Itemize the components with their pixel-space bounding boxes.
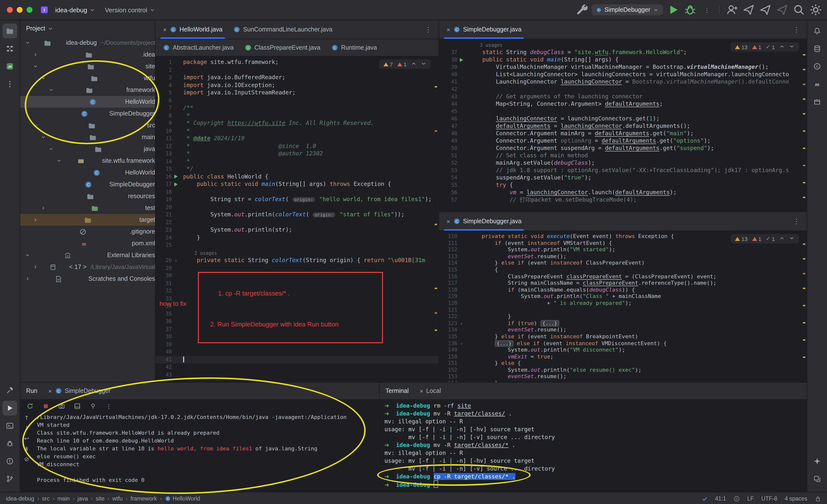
terminal-tool-window-button[interactable]: [2, 418, 17, 433]
tab-runtime-java[interactable]: CRuntime.java: [326, 39, 383, 56]
usages-inlay[interactable]: 3 usages: [469, 42, 502, 48]
restore-layout-icon[interactable]: [72, 401, 82, 411]
chevron-right-icon[interactable]: [23, 276, 32, 281]
chevron-down-icon[interactable]: [47, 147, 55, 152]
debug-button[interactable]: [684, 3, 696, 16]
breadcrumb-site[interactable]: site: [96, 496, 105, 502]
breadcrumb-java[interactable]: java: [78, 496, 88, 502]
soft-wrap-icon[interactable]: ↩: [24, 435, 29, 442]
run-gutter-icon[interactable]: [174, 182, 178, 186]
code-with-me-icon[interactable]: [726, 3, 738, 16]
zoom-window-button[interactable]: [27, 7, 33, 13]
project-tree[interactable]: idea-debug~/Documents/project.ideasitewt…: [20, 37, 155, 382]
check-icon[interactable]: [701, 495, 708, 502]
pin-icon[interactable]: [88, 401, 98, 411]
chevron-right-icon[interactable]: [31, 52, 39, 57]
error-badge[interactable]: 1: [752, 44, 761, 50]
tree-item-helloworld-src[interactable]: CHelloWorld: [20, 167, 155, 178]
tab-simpledebugger-java[interactable]: ×CSimpleDebugger.java: [441, 20, 527, 39]
bottom-right-tool-window-button[interactable]: [810, 471, 825, 486]
warning-badge[interactable]: 13: [735, 236, 748, 242]
tab-options-icon[interactable]: ⋮: [788, 217, 805, 225]
vcs-menu[interactable]: Version control: [102, 5, 158, 15]
tab-simpledebugger[interactable]: ×CSimpleDebugger: [44, 383, 114, 399]
run-panel-title[interactable]: Run: [26, 387, 37, 394]
chevron-down-icon[interactable]: [39, 76, 47, 80]
run-tool-window-button[interactable]: [2, 401, 17, 415]
send-icon-3[interactable]: [776, 3, 789, 16]
tab-local[interactable]: ×Local: [416, 383, 445, 399]
tab-helloworld-java[interactable]: ×CHelloWorld.java: [157, 20, 228, 39]
tree-item-framework[interactable]: framework: [20, 84, 155, 96]
minimize-window-button[interactable]: [17, 7, 22, 13]
chevron-down-icon[interactable]: [55, 158, 63, 163]
version-control-tool-window-button[interactable]: [2, 471, 17, 486]
more-actions-icon[interactable]: ⋮: [700, 3, 713, 16]
tools-icon[interactable]: [575, 3, 588, 16]
close-window-button[interactable]: [7, 7, 13, 13]
fold-icon[interactable]: ›: [458, 340, 465, 347]
prev-problem-icon[interactable]: [779, 44, 785, 50]
stop-icon[interactable]: [41, 401, 51, 411]
warning-badge[interactable]: 13: [735, 44, 748, 50]
breadcrumb-framework[interactable]: framework: [131, 496, 157, 502]
send-icon[interactable]: [742, 3, 755, 16]
editor-helloworld[interactable]: 71 1package site.wtfu.framework;23import…: [155, 57, 439, 382]
tree-item-simpledebugger-site[interactable]: CSimpleDebugger: [20, 108, 155, 119]
close-tab-icon[interactable]: ×: [48, 388, 52, 394]
tree-item-resources[interactable]: resources: [20, 190, 155, 202]
error-badge[interactable]: 1: [752, 236, 761, 242]
fold-icon[interactable]: ›: [173, 257, 179, 264]
down-stack-trace-icon[interactable]: ↓: [24, 425, 29, 432]
tab-suncommandlinelauncher-java[interactable]: CSunCommandLineLauncher.java: [228, 20, 338, 39]
build-tool-window-button[interactable]: [2, 383, 17, 398]
chevron-down-icon[interactable]: [31, 123, 39, 128]
tree-item-target[interactable]: target: [20, 214, 155, 226]
prev-problem-icon[interactable]: [779, 235, 785, 242]
project-menu[interactable]: idea-debug: [52, 5, 98, 15]
tab-classprepareevent-java[interactable]: IClassPrepareEvent.java: [239, 39, 326, 56]
more-tool-windows-button[interactable]: [2, 77, 17, 92]
usages-inlay[interactable]: 2 usages: [183, 250, 217, 256]
lock-icon[interactable]: [815, 495, 821, 502]
search-icon[interactable]: [792, 3, 805, 16]
chevron-down-icon[interactable]: [48, 26, 53, 31]
run-gutter-icon[interactable]: [174, 175, 178, 179]
dependencies-tool-window-button[interactable]: [810, 95, 825, 109]
tree-item-idea[interactable]: .idea: [20, 49, 155, 60]
ok-badge[interactable]: ✓1: [766, 235, 775, 242]
tree-item-simpledebugger-src[interactable]: CSimpleDebugger: [20, 178, 155, 190]
tree-item-site[interactable]: site: [20, 60, 155, 72]
status-utf-8[interactable]: UTF-8: [761, 496, 777, 502]
run-button[interactable]: [667, 3, 680, 16]
editor-simpledebugger-bottom[interactable]: 131✓1 110 private static void execute(Ev…: [439, 231, 807, 382]
warning-badge[interactable]: 7: [384, 61, 393, 67]
breadcrumb-src[interactable]: src: [42, 496, 50, 502]
tree-item-external-libraries[interactable]: External Libraries: [20, 249, 155, 261]
run-config-selector[interactable]: C SimpleDebugger: [592, 4, 663, 15]
more-icon[interactable]: ⋮: [104, 401, 114, 411]
database-tool-window-button[interactable]: [810, 41, 825, 56]
jr-plugin-button[interactable]: JR: [2, 59, 17, 74]
screenshot-icon[interactable]: [57, 401, 66, 411]
gcircle-icon[interactable]: G: [733, 495, 740, 502]
breadcrumb-wtfu[interactable]: wtfu: [112, 496, 123, 502]
ok-badge[interactable]: ✓1: [766, 44, 775, 50]
chevron-down-icon[interactable]: [23, 253, 32, 258]
tree-item-gitignore[interactable]: .gitignore: [20, 226, 155, 237]
breadcrumb-idea-debug[interactable]: idea-debug: [6, 496, 34, 502]
gradle-tool-window-button[interactable]: G: [810, 59, 825, 74]
project-tool-window-button[interactable]: [2, 23, 17, 38]
tree-item-helloworld-site[interactable]: CHelloWorld: [20, 96, 155, 108]
close-tab-icon[interactable]: ×: [163, 26, 166, 33]
breadcrumb-main[interactable]: main: [57, 496, 70, 502]
up-stack-trace-icon[interactable]: ↑: [24, 414, 29, 422]
prev-problem-icon[interactable]: [411, 61, 417, 67]
tab-simpledebugger-java[interactable]: ×CSimpleDebugger.java: [441, 212, 527, 231]
chevron-right-icon[interactable]: [31, 217, 39, 222]
terminal-panel-title[interactable]: Terminal: [385, 387, 409, 394]
editor-simpledebugger-top[interactable]: 131✓1 3 usages37 static String debugClas…: [439, 39, 807, 212]
debug-tool-window-button[interactable]: [2, 436, 17, 451]
tree-item-pom-xml[interactable]: mpom.xml: [20, 237, 155, 249]
tab-abstractlauncher-java[interactable]: CAbstractLauncher.java: [157, 39, 239, 56]
